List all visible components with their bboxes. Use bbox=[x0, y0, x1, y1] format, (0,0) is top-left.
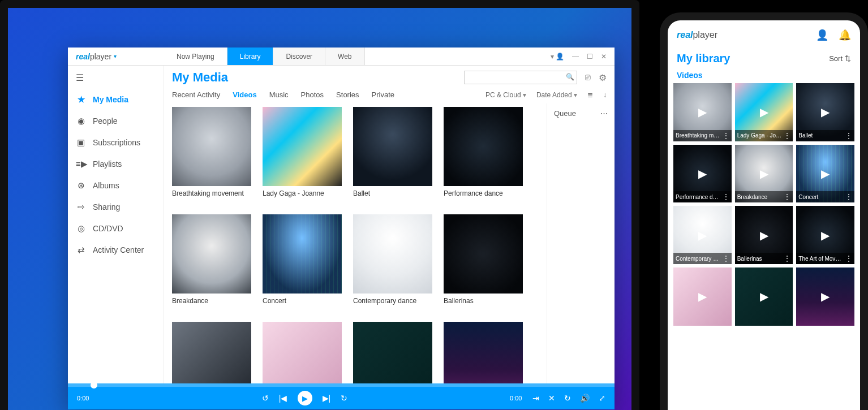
phone-video-card[interactable]: ▶ bbox=[735, 267, 793, 326]
video-grid-scroll[interactable]: Breathtaking movementLady Gaga - JoanneB… bbox=[164, 103, 547, 383]
sidebar-item-people[interactable]: ◉People bbox=[68, 110, 164, 132]
video-card[interactable]: Contemporary dance bbox=[353, 214, 432, 310]
tab-now-playing[interactable]: Now Playing bbox=[164, 48, 227, 65]
play-overlay-icon: ▶ bbox=[673, 267, 732, 326]
titlebar: realplayer ▾ Now PlayingLibraryDiscoverW… bbox=[68, 48, 615, 66]
sidebar-item-my-media[interactable]: ★My Media bbox=[68, 89, 164, 110]
progress-knob[interactable] bbox=[91, 382, 97, 389]
phone-video-card[interactable]: ▶Concert⋮ bbox=[796, 145, 854, 203]
tab-discover[interactable]: Discover bbox=[273, 48, 325, 65]
phone-grid-scroll[interactable]: ▶Breathtaking move…⋮▶Lady Gaga - Joanne⋮… bbox=[668, 83, 860, 410]
video-card[interactable] bbox=[353, 322, 432, 383]
logo-real: real bbox=[677, 30, 693, 40]
more-icon[interactable]: ⋮ bbox=[845, 254, 852, 262]
list-view-icon[interactable]: ≣ bbox=[587, 91, 593, 99]
phone-video-card[interactable]: ▶Breathtaking move…⋮ bbox=[673, 83, 732, 141]
app-logo[interactable]: realplayer ▾ bbox=[68, 48, 164, 65]
sidebar-item-sharing[interactable]: ⇨Sharing bbox=[68, 196, 164, 218]
phone-logo[interactable]: realplayer bbox=[677, 30, 717, 40]
top-tabs: Now PlayingLibraryDiscoverWeb bbox=[164, 48, 365, 65]
tab-web[interactable]: Web bbox=[325, 48, 364, 65]
video-thumbnail bbox=[353, 107, 432, 186]
fullscreen-icon[interactable]: ⤢ bbox=[599, 394, 605, 403]
filter-photos[interactable]: Photos bbox=[301, 90, 324, 99]
sort-dropdown[interactable]: Date Added bbox=[536, 91, 577, 99]
more-icon[interactable]: ⋮ bbox=[723, 254, 729, 262]
tab-library[interactable]: Library bbox=[227, 48, 274, 65]
video-title: Ballerinas bbox=[444, 294, 523, 310]
rewind-10-icon[interactable]: ↺ bbox=[262, 394, 269, 403]
filter-private[interactable]: Private bbox=[372, 90, 394, 99]
video-card[interactable] bbox=[263, 322, 342, 383]
sidebar-item-activity-center[interactable]: ⇄Activity Center bbox=[68, 239, 164, 261]
search-icon[interactable]: 🔍 bbox=[566, 73, 574, 81]
phone-video-card[interactable]: ▶Performance dance⋮ bbox=[673, 145, 732, 203]
phone-video-card[interactable]: ▶ bbox=[796, 267, 854, 326]
cast-icon[interactable]: ⎚ bbox=[585, 72, 591, 83]
user-dropdown-icon[interactable]: ▾ 👤 bbox=[551, 53, 564, 61]
repeat-icon[interactable]: ↻ bbox=[564, 394, 571, 403]
close-button[interactable]: ✕ bbox=[601, 53, 607, 61]
more-icon[interactable]: ⋮ bbox=[723, 193, 729, 201]
filter-videos[interactable]: Videos bbox=[233, 90, 256, 99]
video-card[interactable]: Breathtaking movement bbox=[172, 107, 251, 203]
hamburger-icon[interactable]: ☰ bbox=[68, 69, 164, 89]
sidebar-item-albums[interactable]: ⊛Albums bbox=[68, 175, 164, 196]
chevron-down-icon[interactable]: ▾ bbox=[114, 53, 117, 59]
more-icon[interactable]: ⋮ bbox=[784, 193, 790, 201]
next-track-icon[interactable]: ▶| bbox=[323, 394, 331, 403]
eq-icon[interactable]: ⇥ bbox=[532, 394, 539, 403]
filter-stories[interactable]: Stories bbox=[336, 90, 359, 99]
sidebar-item-playlists[interactable]: ≡▶Playlists bbox=[68, 153, 164, 175]
filter-music[interactable]: Music bbox=[269, 90, 289, 99]
filter-recent-activity[interactable]: Recent Activity bbox=[172, 90, 220, 99]
phone-video-card[interactable]: ▶Breakdance⋮ bbox=[735, 145, 793, 203]
video-card[interactable]: Lady Gaga - Joanne bbox=[263, 107, 342, 203]
sidebar-item-cd-dvd[interactable]: ◎CD/DVD bbox=[68, 218, 164, 239]
shuffle-icon[interactable]: ✕ bbox=[548, 394, 555, 403]
video-card[interactable]: Concert bbox=[263, 214, 342, 310]
phone-video-card[interactable]: ▶ bbox=[673, 267, 732, 326]
maximize-button[interactable]: ☐ bbox=[587, 53, 593, 61]
minimize-button[interactable]: — bbox=[572, 53, 579, 61]
download-icon[interactable]: ↓ bbox=[603, 91, 607, 99]
video-title: Ballet bbox=[798, 132, 843, 139]
user-icon[interactable]: 👤 bbox=[816, 29, 828, 41]
phone-video-card[interactable]: ▶Lady Gaga - Joanne⋮ bbox=[735, 83, 793, 141]
video-thumbnail bbox=[263, 107, 342, 186]
video-card[interactable]: Performance dance bbox=[444, 107, 523, 203]
prev-track-icon[interactable]: |◀ bbox=[279, 394, 287, 403]
sort-button[interactable]: Sort ⇅ bbox=[829, 54, 851, 63]
more-icon[interactable]: ⋮ bbox=[784, 132, 790, 140]
location-dropdown[interactable]: PC & Cloud bbox=[485, 91, 526, 99]
player-bar: 0:00 ↺ |◀ ▶ ▶| ↻ 0:00 ⇥ ✕ ↻ 🔊 ⤢ bbox=[68, 383, 615, 409]
phone-video-card[interactable]: ▶Ballerinas⋮ bbox=[735, 206, 793, 264]
video-card[interactable] bbox=[444, 322, 523, 383]
phone-video-card[interactable]: ▶Ballet⋮ bbox=[796, 83, 854, 141]
phone-video-card[interactable]: ▶Contemporary d…⋮ bbox=[673, 206, 732, 264]
sidebar-item-subscriptions[interactable]: ▣Subscriptions bbox=[68, 132, 164, 153]
video-thumbnail bbox=[353, 322, 432, 383]
bell-icon[interactable]: 🔔 bbox=[839, 29, 851, 41]
video-card[interactable]: Breakdance bbox=[172, 214, 251, 310]
volume-icon[interactable]: 🔊 bbox=[580, 394, 590, 403]
more-icon[interactable]: ⋮ bbox=[723, 132, 729, 140]
video-card[interactable]: Ballet bbox=[353, 107, 432, 203]
phone-video-card[interactable]: ▶The Art of Move…⋮ bbox=[796, 206, 854, 264]
filter-row: Recent ActivityVideosMusicPhotosStoriesP… bbox=[164, 87, 615, 103]
forward-10-icon[interactable]: ↻ bbox=[341, 394, 347, 403]
more-icon[interactable]: ⋮ bbox=[845, 193, 852, 201]
video-card[interactable] bbox=[172, 322, 251, 383]
play-button[interactable]: ▶ bbox=[298, 391, 312, 405]
search-input[interactable] bbox=[464, 71, 577, 84]
progress-track[interactable] bbox=[68, 383, 615, 387]
my-media-icon: ★ bbox=[76, 94, 86, 105]
queue-menu-icon[interactable]: ⋯ bbox=[600, 109, 608, 378]
gear-icon[interactable]: ⚙ bbox=[599, 72, 607, 83]
video-card[interactable]: Ballerinas bbox=[444, 214, 523, 310]
more-icon[interactable]: ⋮ bbox=[845, 132, 852, 140]
video-thumbnail bbox=[444, 107, 523, 186]
more-icon[interactable]: ⋮ bbox=[784, 254, 790, 262]
sort-label: Sort bbox=[829, 54, 843, 63]
sidebar-item-label: Subscriptions bbox=[93, 138, 140, 147]
